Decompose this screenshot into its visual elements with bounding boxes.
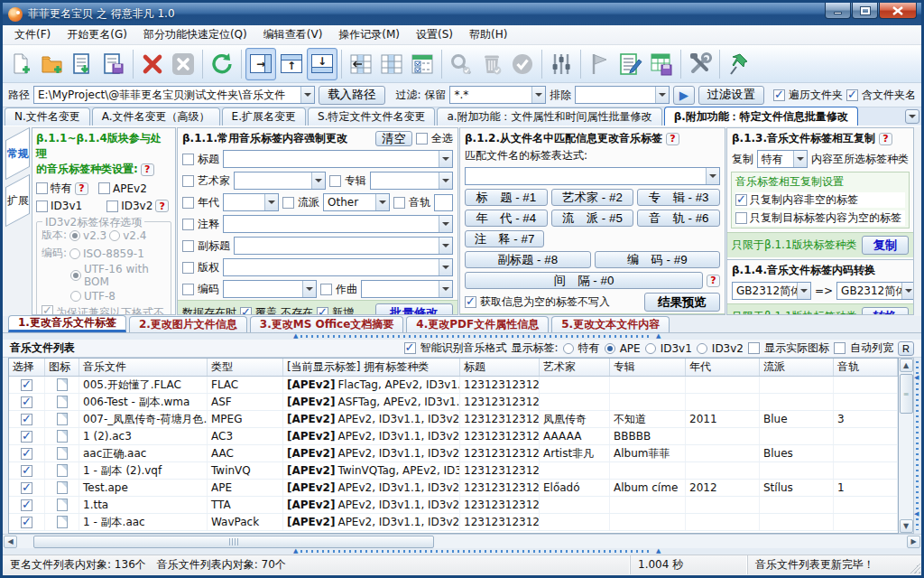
scroll-track[interactable]: [17, 536, 907, 548]
subtab-office-summary[interactable]: 3.更改MS Office文档摘要: [250, 316, 404, 332]
panel-right-toggle[interactable]: →: [245, 48, 276, 80]
show-ape-radio[interactable]: [605, 343, 615, 354]
id3v1-checkbox[interactable]: [36, 200, 48, 212]
pin-button[interactable]: [724, 48, 754, 80]
compat-checkbox[interactable]: [42, 305, 53, 315]
tag-album-button[interactable]: 专 辑 - #3: [637, 189, 720, 206]
menu-item-file[interactable]: 文件(F): [6, 25, 59, 44]
expression-combobox[interactable]: [465, 167, 720, 185]
confirm-button[interactable]: [507, 48, 538, 80]
save-table-button[interactable]: [646, 48, 677, 80]
tag-artist-button[interactable]: 艺术家 - #2: [551, 189, 634, 206]
path-dropdown-icon[interactable]: [300, 87, 314, 103]
add-new-checkbox[interactable]: [317, 307, 328, 315]
scroll-right-icon[interactable]: ▶: [907, 536, 920, 548]
artist-checkbox[interactable]: [182, 175, 194, 187]
row-checkbox[interactable]: [21, 465, 32, 477]
filter-keep-value[interactable]: *.*: [450, 89, 531, 101]
save-list-button[interactable]: [98, 48, 129, 80]
row-checkbox[interactable]: [21, 482, 32, 494]
album-checkbox[interactable]: [329, 175, 341, 187]
tab-extension[interactable]: E.扩展名变更: [222, 107, 306, 126]
help-icon[interactable]: ?: [879, 133, 892, 145]
copyright-checkbox[interactable]: [182, 262, 194, 274]
col-track[interactable]: 音轨: [834, 359, 898, 376]
table-row[interactable]: 005.开始懂了.FLAC FLAC [APEv2]FlacTag, APEv2…: [9, 377, 898, 394]
select-all-checkbox[interactable]: [416, 133, 428, 144]
encoder-combobox[interactable]: [223, 280, 317, 298]
check-options-button[interactable]: [407, 48, 438, 80]
col-artist[interactable]: 艺术家: [540, 359, 610, 376]
help-icon[interactable]: ?: [666, 133, 679, 145]
col-type[interactable]: 类型: [208, 359, 283, 376]
proprietary-tag-checkbox[interactable]: [36, 182, 48, 194]
apply-filter-button[interactable]: ▶: [673, 86, 695, 105]
menu-item-rename[interactable]: 开始更名(G): [59, 25, 135, 44]
resize-grip[interactable]: [910, 563, 920, 573]
table-row[interactable]: 1 - 副本.aac WavPack [APEv2]APEv2, ID3v1.1…: [9, 514, 898, 531]
delete-selected-button[interactable]: [137, 48, 168, 80]
filter-exclude-combobox[interactable]: [575, 86, 670, 104]
side-tab-extended[interactable]: 扩展: [5, 174, 30, 227]
encoding-to-combobox[interactable]: GB2312简体: [836, 282, 914, 300]
track-input[interactable]: [434, 194, 453, 211]
track-checkbox[interactable]: [393, 197, 405, 209]
copy-nonempty-checkbox[interactable]: [735, 194, 747, 206]
subtab-pdf-properties[interactable]: 4.更改PDF文件属性信息: [406, 316, 549, 332]
show-id3v1-radio[interactable]: [645, 343, 656, 354]
row-checkbox[interactable]: [21, 448, 32, 460]
id3v2-checkbox[interactable]: [106, 200, 118, 212]
row-checkbox[interactable]: [21, 414, 32, 425]
col-title[interactable]: 标题: [460, 359, 540, 376]
path-value[interactable]: E:\MyProject\@菲菲更名宝贝测试文件夹\音乐文件: [34, 88, 300, 103]
delete-all-button[interactable]: [168, 48, 199, 80]
help-icon[interactable]: ?: [141, 163, 154, 176]
col-select[interactable]: 选择: [9, 359, 45, 376]
subtab-image-info[interactable]: 2.更改图片文件信息: [129, 316, 247, 332]
clear-button[interactable]: 清空: [375, 131, 412, 146]
subtitle-combobox[interactable]: [234, 237, 453, 255]
tag-track-button[interactable]: 音 轨 - #6: [637, 210, 720, 227]
maximize-button[interactable]: [852, 3, 878, 19]
tag-genre-button[interactable]: 流 派 - #5: [551, 210, 634, 227]
tab-attributes[interactable]: a.附加功能：文件属性和时间属性批量修改: [437, 107, 661, 126]
menu-item-view[interactable]: 编辑查看(V): [255, 25, 331, 44]
title-bar[interactable]: 菲菲更名宝贝 之 得意非凡 1.0: [3, 3, 921, 25]
b11-apply-button[interactable]: 批量修改: [375, 303, 453, 315]
col-icon[interactable]: 图标: [45, 359, 79, 376]
subtitle-checkbox[interactable]: [182, 240, 194, 252]
horizontal-splitter[interactable]: ▲ ▲: [3, 548, 921, 555]
row-checkbox[interactable]: [21, 431, 32, 443]
search-button[interactable]: [446, 48, 476, 80]
auto-column-width-checkbox[interactable]: [834, 342, 845, 354]
comment-checkbox[interactable]: [182, 219, 194, 230]
vertical-scrollbar[interactable]: ▲ ≡ ▼: [899, 358, 914, 534]
copy-target-empty-checkbox[interactable]: [735, 212, 747, 224]
scroll-thumb[interactable]: ≡: [900, 374, 913, 414]
tag-encoder-button[interactable]: 编 码 - #9: [595, 251, 721, 268]
col-genre[interactable]: 流派: [760, 359, 834, 376]
row-checkbox[interactable]: [21, 499, 32, 511]
col-album[interactable]: 专辑: [610, 359, 686, 376]
overwrite-checkbox[interactable]: [240, 307, 252, 315]
flag-button[interactable]: [585, 48, 615, 80]
b13-copy-button[interactable]: 复制: [862, 236, 909, 255]
filter-settings-button[interactable]: 过滤设置: [698, 86, 764, 105]
composer-checkbox[interactable]: [320, 284, 332, 295]
table-row[interactable]: Test.ape APE [APEv2]APEv2, ID3v1.1, ID3v…: [9, 480, 898, 497]
title-combobox[interactable]: [223, 150, 453, 168]
scroll-up-icon[interactable]: ▲: [900, 359, 913, 372]
table-row[interactable]: 007-_凤凰传奇-荷塘月色.... MPEG [APEv2]APEv2, ID…: [9, 411, 898, 428]
tag-title-button[interactable]: 标 题 - #1: [465, 189, 548, 206]
comment-combobox[interactable]: [223, 215, 453, 233]
minimize-button[interactable]: [825, 3, 851, 19]
close-button[interactable]: [879, 3, 917, 19]
side-tab-general[interactable]: 常规: [5, 127, 30, 180]
show-real-icon-checkbox[interactable]: [748, 342, 760, 354]
table-row[interactable]: 1 - 副本 (2).vqf TwinVQ [APEv2]TwinVQTag, …: [9, 462, 898, 480]
load-path-button[interactable]: 载入路径: [319, 86, 384, 105]
tab-filename-advanced[interactable]: A.文件名变更（高级）: [92, 107, 220, 126]
filter-exclude-dropdown-icon[interactable]: [655, 87, 669, 103]
column-highlight-button[interactable]: [376, 48, 407, 80]
preview-button[interactable]: 结果预览: [644, 293, 720, 312]
